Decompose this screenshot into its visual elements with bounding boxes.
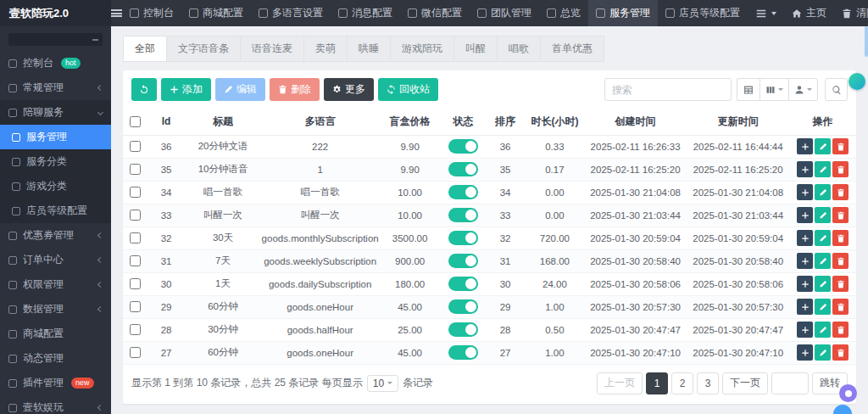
row-checkbox[interactable] — [130, 210, 141, 221]
row-add-button[interactable] — [797, 276, 813, 292]
row-delete-button[interactable] — [832, 184, 849, 200]
column-header[interactable]: 创建时间 — [584, 109, 687, 135]
sidebar-subitem[interactable]: 游戏分类 — [0, 174, 111, 199]
row-checkbox[interactable] — [130, 255, 141, 266]
filter-tab[interactable]: 游戏陪玩 — [390, 36, 453, 62]
filter-tab[interactable]: 叫醒 — [453, 36, 497, 62]
sidebar-item[interactable]: 控制台hot — [0, 51, 111, 76]
row-delete-button[interactable] — [832, 344, 849, 361]
sidebar-item[interactable]: 数据管理 — [0, 297, 111, 322]
row-add-button[interactable] — [797, 322, 813, 338]
column-header[interactable]: 标题 — [185, 109, 262, 135]
add-button[interactable]: 添加 — [161, 78, 211, 101]
status-toggle[interactable] — [448, 231, 478, 245]
row-delete-button[interactable] — [832, 253, 849, 269]
row-checkbox[interactable] — [130, 232, 141, 243]
sidebar-toggle-button[interactable] — [111, 0, 122, 26]
floating-bot-button[interactable] — [839, 384, 857, 402]
row-delete-button[interactable] — [832, 299, 849, 315]
row-edit-button[interactable] — [815, 344, 831, 361]
filter-tab[interactable]: 哄睡 — [347, 36, 390, 62]
sidebar-item[interactable]: 优惠券管理 — [0, 223, 111, 248]
clear-cache-button[interactable]: 清除缓存 — [834, 0, 868, 26]
column-header[interactable]: 状态 — [441, 109, 485, 135]
edit-button[interactable]: 编辑 — [215, 78, 265, 101]
delete-button[interactable]: 删除 — [270, 78, 320, 101]
sidebar-subitem[interactable]: 服务管理 — [0, 125, 111, 149]
sidebar-item[interactable]: 商城配置 — [0, 322, 111, 346]
topnav-item[interactable]: 控制台 — [122, 0, 181, 26]
sidebar-subitem[interactable]: 服务分类 — [0, 149, 111, 174]
sidebar-subitem[interactable]: 店员等级配置 — [0, 199, 111, 223]
select-all-checkbox[interactable] — [130, 116, 141, 127]
row-edit-button[interactable] — [815, 253, 831, 269]
sidebar-item[interactable]: 陪聊服务 — [0, 100, 111, 125]
row-edit-button[interactable] — [815, 184, 831, 200]
row-add-button[interactable] — [797, 230, 813, 246]
home-button[interactable]: 主页 — [784, 0, 834, 26]
row-checkbox[interactable] — [130, 347, 141, 358]
sidebar-item[interactable]: 订单中心 — [0, 248, 111, 272]
row-add-button[interactable] — [797, 184, 813, 200]
floating-service-avatar[interactable] — [849, 73, 865, 90]
status-toggle[interactable] — [448, 322, 478, 337]
topnav-item[interactable]: 店员等级配置 — [658, 0, 748, 26]
jump-page-input[interactable] — [771, 372, 809, 394]
row-delete-button[interactable] — [832, 138, 849, 154]
export-button[interactable] — [788, 78, 818, 101]
topnav-item[interactable]: 多语言设置 — [251, 0, 331, 26]
row-delete-button[interactable] — [832, 207, 849, 223]
column-header[interactable]: 排序 — [485, 109, 526, 135]
row-add-button[interactable] — [797, 138, 813, 154]
status-toggle[interactable] — [448, 277, 478, 291]
status-toggle[interactable] — [448, 185, 478, 199]
sidebar-item[interactable]: 常规管理 — [0, 76, 111, 100]
toggle-view-button[interactable] — [737, 78, 760, 101]
sidebar-item[interactable]: 插件管理new — [0, 371, 111, 395]
sidebar-search[interactable] — [8, 33, 103, 46]
row-add-button[interactable] — [797, 161, 813, 177]
topnav-item[interactable]: 团队管理 — [470, 0, 539, 26]
row-delete-button[interactable] — [832, 161, 849, 177]
status-toggle[interactable] — [448, 254, 478, 268]
row-add-button[interactable] — [797, 299, 813, 315]
topnav-item[interactable]: 消息配置 — [331, 0, 400, 26]
row-add-button[interactable] — [797, 344, 813, 361]
topnav-item[interactable]: 微信配置 — [400, 0, 470, 26]
column-header[interactable]: Id — [147, 109, 184, 135]
column-header[interactable]: 操作 — [789, 109, 856, 135]
prev-page-button[interactable]: 上一页 — [597, 372, 643, 394]
row-checkbox[interactable] — [130, 164, 141, 175]
row-delete-button[interactable] — [832, 276, 849, 292]
status-toggle[interactable] — [448, 139, 478, 154]
filter-tab[interactable]: 唱歌 — [497, 36, 540, 62]
topnav-item[interactable]: 服务管理 — [588, 0, 658, 26]
column-header[interactable]: 盲盒价格 — [379, 109, 442, 135]
filter-tab[interactable]: 首单优惠 — [540, 36, 604, 62]
row-edit-button[interactable] — [815, 138, 831, 154]
page-button[interactable]: 1 — [646, 372, 668, 394]
scrollbar-thumb[interactable] — [865, 26, 868, 57]
column-header[interactable]: 更新时间 — [687, 109, 789, 135]
status-toggle[interactable] — [448, 162, 478, 176]
filter-tab[interactable]: 语音连麦 — [240, 36, 303, 62]
next-page-button[interactable]: 下一页 — [722, 372, 768, 394]
row-checkbox[interactable] — [130, 324, 141, 335]
row-edit-button[interactable] — [815, 230, 831, 246]
search-input[interactable] — [604, 78, 732, 101]
filter-tab[interactable]: 文字语音条 — [166, 36, 240, 62]
recycle-button[interactable]: 回收站 — [378, 78, 438, 101]
status-toggle[interactable] — [448, 345, 478, 360]
row-add-button[interactable] — [797, 207, 813, 223]
status-toggle[interactable] — [448, 299, 478, 314]
row-edit-button[interactable] — [815, 207, 831, 223]
topnav-item[interactable]: 商城配置 — [181, 0, 251, 26]
filter-tab[interactable]: 卖萌 — [303, 36, 347, 62]
row-checkbox[interactable] — [130, 187, 141, 198]
status-toggle[interactable] — [448, 208, 478, 222]
search-toggle-button[interactable] — [825, 78, 848, 101]
columns-button[interactable] — [760, 78, 788, 101]
row-checkbox[interactable] — [130, 301, 141, 312]
row-edit-button[interactable] — [815, 299, 831, 315]
page-button[interactable]: 2 — [671, 372, 693, 394]
